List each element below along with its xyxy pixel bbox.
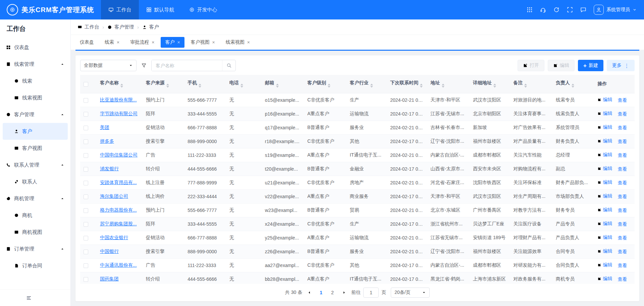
customer-name-link[interactable]: 安踏体育用品有... <box>100 180 137 185</box>
row-edit-link[interactable]: 编辑 <box>597 152 612 158</box>
fullscreen-icon[interactable] <box>567 7 573 13</box>
sort-icon[interactable] <box>572 84 574 88</box>
search-icon[interactable] <box>222 60 235 71</box>
row-edit-link[interactable]: 编辑 <box>597 207 612 213</box>
row-view-link[interactable]: 查看 <box>618 180 627 186</box>
row-edit-link[interactable]: 编辑 <box>597 248 612 254</box>
row-checkbox[interactable] <box>84 208 88 213</box>
more-button[interactable]: 更多 ⋮ <box>607 60 635 71</box>
apps-icon[interactable] <box>527 7 533 13</box>
row-edit-link[interactable]: 编辑 <box>597 262 612 268</box>
row-view-link[interactable]: 查看 <box>618 249 627 255</box>
page-number-1[interactable]: 1 <box>316 288 326 297</box>
row-view-link[interactable]: 查看 <box>618 221 627 227</box>
table-row[interactable]: 拼多多 搜索引擎 888-999-0000 无 r18@example.... … <box>80 134 635 148</box>
table-row[interactable]: 国药集团 转介绍 444-555-6666 无 bb28@exampl... A… <box>80 272 635 284</box>
row-checkbox[interactable] <box>84 222 88 227</box>
row-view-link[interactable]: 查看 <box>618 111 627 117</box>
row-checkbox[interactable] <box>84 139 88 144</box>
sidebar-item-lead-view[interactable]: 线索视图 <box>0 89 70 106</box>
sort-icon[interactable] <box>442 84 444 88</box>
row-view-link[interactable]: 查看 <box>618 125 627 131</box>
col-email[interactable]: 邮箱 <box>262 75 304 93</box>
row-view-link[interactable]: 查看 <box>618 152 627 159</box>
table-row[interactable]: 比亚迪股份有限... 预约上门 555-666-7777 无 o15@examp… <box>80 93 635 107</box>
sort-icon[interactable] <box>276 84 279 88</box>
edit-button[interactable]: 编辑 <box>548 60 575 71</box>
sidebar-item-customer-view[interactable]: 客户视图 <box>0 140 70 157</box>
row-checkbox[interactable] <box>84 153 88 158</box>
search-input[interactable] <box>152 60 222 71</box>
breadcrumb-customer-management[interactable]: 客户管理 <box>107 24 134 30</box>
table-row[interactable]: 浦发银行 转介绍 444-555-6666 无 t20@example... B… <box>80 162 635 176</box>
table-row[interactable]: 海尔集团公司 线上询价 222-333-4444 无 v22@example..… <box>80 189 635 203</box>
customer-name-link[interactable]: 海尔集团公司 <box>100 193 128 199</box>
row-edit-link[interactable]: 编辑 <box>597 166 612 172</box>
row-view-link[interactable]: 查看 <box>618 194 627 200</box>
close-icon[interactable]: × <box>177 40 180 45</box>
tab-customer-view[interactable]: 客户视图 × <box>186 37 219 48</box>
user-menu[interactable]: 系统管理员 <box>594 5 637 15</box>
customer-name-link[interactable]: 比亚迪股份有限... <box>100 97 137 102</box>
top-nav-workbench[interactable]: 工作台 <box>101 0 139 19</box>
col-customer-source[interactable]: 客户来源 <box>143 75 184 93</box>
sort-icon[interactable] <box>524 84 527 88</box>
col-remark[interactable]: 备注 <box>510 75 552 93</box>
page-number-2[interactable]: 2 <box>328 288 337 297</box>
sidebar-item-leads[interactable]: 线索 <box>0 73 70 89</box>
col-customer-level[interactable]: 客户级别 <box>304 75 346 93</box>
table-row[interactable]: 中国银行 搜索引擎 888-999-0000 无 z26@example... … <box>80 245 635 258</box>
row-edit-link[interactable]: 编辑 <box>597 111 612 117</box>
row-edit-link[interactable]: 编辑 <box>597 234 612 241</box>
col-detail-address[interactable]: 详细地址 <box>470 75 510 93</box>
customer-name-link[interactable]: 美团 <box>100 125 109 130</box>
row-checkbox[interactable] <box>84 263 88 268</box>
sort-icon[interactable] <box>370 84 373 88</box>
customer-name-link[interactable]: 苏宁易购集团股... <box>100 221 137 226</box>
customer-name-link[interactable]: 中国农业银行 <box>100 235 128 240</box>
col-phone[interactable]: 电话 <box>226 75 262 93</box>
table-row[interactable]: 安踏体育用品有... 线上注册 777-888-9999 无 u21@examp… <box>80 176 635 189</box>
close-icon[interactable]: × <box>247 40 250 45</box>
sidebar-item-opportunity-view[interactable]: 商机视图 <box>0 224 70 241</box>
sidebar-item-opportunities[interactable]: 商机 <box>0 207 70 224</box>
col-customer-name[interactable]: 客户名称 <box>97 75 143 93</box>
sort-icon[interactable] <box>493 84 496 88</box>
tab-customers[interactable]: 客户 × <box>161 37 184 48</box>
row-view-link[interactable]: 查看 <box>618 276 627 282</box>
row-edit-link[interactable]: 编辑 <box>597 138 612 144</box>
data-scope-select[interactable]: 全部数据 <box>80 60 137 71</box>
row-edit-link[interactable]: 编辑 <box>597 97 612 103</box>
customer-name-link[interactable]: 中兴通讯股份有... <box>100 262 137 268</box>
row-edit-link[interactable]: 编辑 <box>597 276 612 282</box>
sort-icon[interactable] <box>328 84 330 88</box>
tab-leads[interactable]: 线索 × <box>100 37 124 48</box>
filter-icon[interactable] <box>141 63 147 68</box>
row-checkbox[interactable] <box>84 126 88 130</box>
sidebar-group-contact-management[interactable]: 联系人管理 <box>0 157 70 173</box>
top-nav-dev-center[interactable]: 开发中心 <box>182 0 225 19</box>
customer-name-link[interactable]: 浦发银行 <box>100 166 119 171</box>
sidebar-group-opportunity-management[interactable]: 商机管理 <box>0 190 70 207</box>
col-owner[interactable]: 负责人 <box>552 75 594 93</box>
sort-icon[interactable] <box>240 84 243 88</box>
row-checkbox[interactable] <box>84 250 88 254</box>
row-checkbox[interactable] <box>84 194 88 199</box>
sidebar-item-contacts[interactable]: 联系人 <box>0 173 70 190</box>
row-edit-link[interactable]: 编辑 <box>597 221 612 227</box>
new-button[interactable]: + 新建 <box>578 60 603 71</box>
sidebar-item-dashboard[interactable]: 仪表盘 <box>0 39 70 56</box>
sidebar-group-customer-management[interactable]: 客户管理 <box>0 106 70 123</box>
row-checkbox[interactable] <box>84 112 88 117</box>
customer-name-link[interactable]: 国药集团 <box>100 276 119 281</box>
goto-page-input[interactable] <box>363 288 379 298</box>
row-checkbox[interactable] <box>84 277 88 282</box>
row-checkbox[interactable] <box>84 167 88 172</box>
breadcrumb-workbench[interactable]: 工作台 <box>77 24 99 30</box>
tab-dashboard[interactable]: 仪表盘 <box>75 37 98 48</box>
open-button[interactable]: 打开 <box>518 60 544 71</box>
col-next-contact-time[interactable]: 下次联系时间 <box>387 75 427 93</box>
row-checkbox[interactable] <box>84 98 88 103</box>
next-page-icon[interactable] <box>342 290 346 295</box>
row-edit-link[interactable]: 编辑 <box>597 124 612 130</box>
